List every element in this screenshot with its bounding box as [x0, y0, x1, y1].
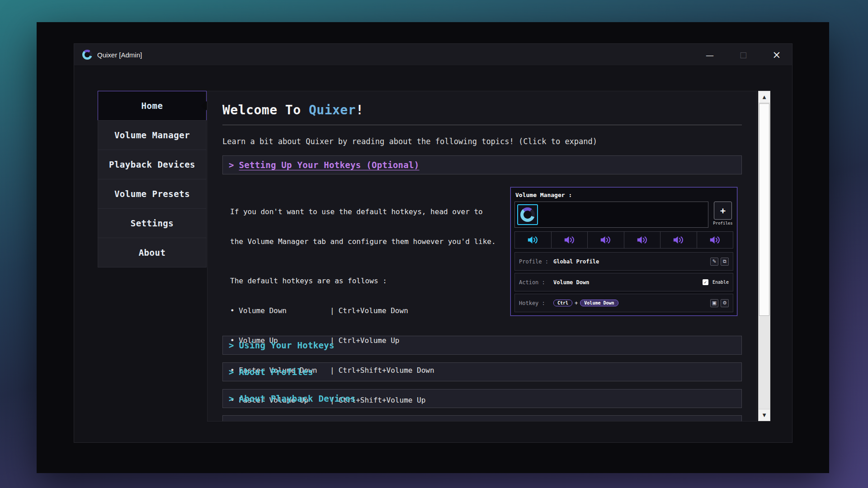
page-title-suffix: ! — [356, 103, 363, 117]
preview-device-list — [514, 202, 708, 228]
app-logo-icon — [82, 50, 92, 60]
hotkey-row: •Volume Down|Ctrl+Volume Down — [230, 306, 510, 316]
sidebar-item-label: About — [139, 248, 166, 258]
preview-hotkey-row: Hotkey : Ctrl + Volume Down ▣ ⚙ — [514, 294, 733, 312]
sidebar-item-volume-presets[interactable]: Volume Presets — [98, 179, 207, 209]
page-subtitle: Learn a bit about Quixer by reading abou… — [222, 137, 742, 146]
scrollbar-thumb[interactable] — [759, 103, 769, 316]
keybind-icon: ▣ — [710, 299, 718, 307]
sidebar: Home Volume Manager Playback Devices Vol… — [98, 91, 207, 267]
hotkey-combo: Ctrl+Volume Down — [339, 306, 408, 316]
page-title: Welcome To Quixer! — [222, 103, 742, 117]
speaker-icon — [552, 232, 588, 248]
window-controls: — □ × — [700, 49, 787, 61]
sidebar-item-about[interactable]: About — [98, 238, 207, 267]
action-value: Volume Down — [553, 279, 589, 286]
speaker-icon-active — [515, 232, 552, 248]
section-title: Using Your Hotkeys — [239, 340, 334, 350]
hotkey-key-chip: Volume Down — [580, 300, 618, 306]
profile-label: Profile : — [519, 258, 553, 265]
desktop-background: Quixer [Admin] — □ × Home Volume Manager… — [0, 0, 868, 488]
preview-speaker-row — [514, 231, 733, 249]
separator: | — [330, 306, 335, 316]
hotkey-settings-icon: ⚙ — [721, 299, 729, 307]
chevron-icon: > — [229, 394, 234, 404]
hotkey-list-header: The default hotkeys are as follows : — [230, 276, 510, 286]
preview-device-row: + Profiles — [514, 202, 733, 228]
export-profile-icon: ⧉ — [721, 258, 729, 266]
preview-profile-row: Profile : Global Profile ✎ ⧉ — [514, 252, 733, 271]
paragraph-line: If you don't want to use the default hot… — [230, 207, 510, 217]
section-title: Setting Up Your Hotkeys (Optional) — [239, 160, 419, 170]
page-title-brand: Quixer — [309, 103, 356, 117]
separator: | — [330, 366, 335, 375]
section-header-setting-up-hotkeys[interactable]: > Setting Up Your Hotkeys (Optional) — [222, 155, 742, 174]
scroll-up-button[interactable]: ▲ — [759, 91, 770, 103]
titlebar[interactable]: Quixer [Admin] — □ × — [74, 44, 792, 66]
section-title: About Volume Presets — [239, 420, 345, 422]
speaker-icon — [697, 232, 733, 248]
profile-value: Global Profile — [553, 258, 599, 265]
preview-profiles-group: + Profiles — [712, 202, 733, 228]
sidebar-item-home[interactable]: Home — [98, 91, 207, 121]
section-body-setting-up-hotkeys: If you don't want to use the default hot… — [222, 174, 742, 328]
window-outer-frame: Quixer [Admin] — □ × Home Volume Manager… — [37, 22, 829, 473]
preview-header: Volume Manager : — [514, 191, 733, 202]
quixer-logo-icon — [520, 207, 535, 222]
hotkey-plus: + — [575, 300, 578, 306]
maximize-button[interactable]: □ — [733, 50, 753, 59]
sidebar-item-label: Volume Manager — [114, 130, 190, 140]
sidebar-item-label: Volume Presets — [114, 189, 190, 199]
sidebar-item-label: Settings — [131, 218, 174, 228]
section-title: About Profiles — [239, 367, 313, 377]
preview-selected-device — [517, 204, 538, 225]
speaker-icon — [660, 232, 697, 248]
app-window: Quixer [Admin] — □ × Home Volume Manager… — [74, 43, 793, 443]
sidebar-item-label: Home — [142, 101, 163, 111]
section-title: About Playback Devices — [239, 394, 355, 404]
speaker-icon — [624, 232, 661, 248]
chevron-icon: > — [229, 367, 234, 377]
preview-action-row: Action : Volume Down ✓ Enable — [514, 273, 733, 291]
bullet-icon: • — [230, 306, 239, 316]
sidebar-item-settings[interactable]: Settings — [98, 208, 207, 238]
window-title: Quixer [Admin] — [97, 51, 142, 59]
chevron-icon: > — [229, 340, 234, 350]
sidebar-item-volume-manager[interactable]: Volume Manager — [98, 120, 207, 150]
chevron-icon: > — [229, 160, 234, 170]
main-content: Welcome To Quixer! Learn a bit about Qui… — [207, 91, 757, 422]
action-label: Action : — [519, 279, 553, 286]
enable-label: Enable — [712, 280, 729, 285]
title-divider — [222, 125, 742, 125]
hotkey-name: Volume Down — [239, 306, 330, 316]
paragraph-line: the Volume Manager tab and configure the… — [230, 237, 510, 247]
close-button[interactable]: × — [767, 49, 787, 61]
page-title-prefix: Welcome To — [222, 103, 309, 117]
hotkey-key-chip: Ctrl — [553, 300, 572, 306]
hotkey-combo: Ctrl+Volume Up — [339, 336, 400, 346]
chevron-icon: > — [229, 420, 234, 422]
preview-info-rows: Profile : Global Profile ✎ ⧉ Action : Vo… — [514, 252, 733, 312]
hotkeys-description: If you don't want to use the default hot… — [230, 187, 510, 422]
edit-profile-icon: ✎ — [710, 258, 718, 266]
add-profile-button: + — [714, 202, 732, 220]
profiles-label: Profiles — [713, 221, 732, 225]
scroll-down-button[interactable]: ▼ — [759, 409, 770, 421]
minimize-button[interactable]: — — [700, 50, 720, 60]
hotkey-combo: Ctrl+Shift+Volume Down — [339, 366, 434, 375]
volume-manager-preview-image: Volume Manager : + Profiles — [510, 187, 737, 316]
hotkey-label: Hotkey : — [519, 300, 553, 306]
sidebar-item-label: Playback Devices — [109, 160, 195, 169]
sidebar-item-playback-devices[interactable]: Playback Devices — [98, 150, 207, 179]
scrollbar[interactable]: ▲ ▼ — [758, 91, 770, 421]
speaker-icon — [588, 232, 624, 248]
enable-checkbox: ✓ — [703, 279, 708, 285]
